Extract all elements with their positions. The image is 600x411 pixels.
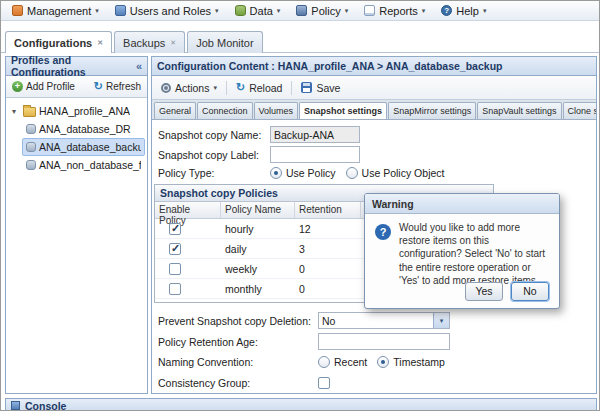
- tab-volumes[interactable]: Volumes: [254, 102, 299, 119]
- tree-node-configuration-selected[interactable]: ANA_database_backup: [22, 138, 145, 156]
- enable-policy-checkbox[interactable]: [169, 243, 181, 255]
- policy-name-cell: hourly: [221, 223, 295, 235]
- configuration-icon: [26, 160, 36, 170]
- help-icon: ?: [441, 5, 452, 16]
- chevron-down-icon[interactable]: ▾: [433, 313, 449, 328]
- policy-retention-age-row: Policy Retention Age:: [158, 333, 450, 350]
- expander-icon[interactable]: ▾: [12, 107, 20, 116]
- menu-policy[interactable]: Policy ▾: [289, 3, 355, 19]
- tab-clone-settings[interactable]: Clone settings: [563, 102, 596, 119]
- save-button[interactable]: Save: [297, 80, 344, 96]
- chevron-down-icon: ▾: [422, 7, 426, 14]
- actions-button[interactable]: Actions ▾: [157, 80, 221, 96]
- content-toolbar: Actions ▾ ↻ Reload Save: [152, 76, 596, 100]
- column-policy-name[interactable]: Policy Name: [221, 202, 295, 218]
- enable-policy-checkbox[interactable]: [169, 263, 181, 275]
- yes-button[interactable]: Yes: [465, 282, 503, 301]
- warning-dialog-body: ? Would you like to add more restore ite…: [365, 214, 559, 280]
- tab-label: Snapshot settings: [304, 106, 382, 116]
- configuration-content-title: Configuration Content : HANA_profile_ANA…: [157, 60, 502, 72]
- app-window: Management ▾ Users and Roles ▾ Data ▾ Po…: [0, 0, 600, 411]
- tree-node-configuration[interactable]: ANA_database_DR: [22, 120, 145, 138]
- consistency-group-label: Consistency Group:: [158, 377, 318, 389]
- prevent-deletion-select[interactable]: No ▾: [318, 312, 450, 329]
- use-policy-radio[interactable]: [270, 167, 282, 179]
- policies-group-title: Snapshot copy Policies: [160, 187, 278, 199]
- chevron-down-icon: ▾: [345, 7, 349, 14]
- menu-data[interactable]: Data ▾: [228, 3, 288, 19]
- reload-button[interactable]: ↻ Reload: [232, 80, 287, 96]
- chevron-down-icon: ▾: [213, 84, 217, 91]
- folder-icon: [23, 107, 36, 117]
- policy-icon: [296, 5, 307, 16]
- naming-convention-label: Naming Convention:: [158, 356, 318, 368]
- tab-configurations[interactable]: Configurations ✕: [5, 31, 112, 53]
- menu-help[interactable]: ? Help ▾: [434, 3, 493, 19]
- warning-dialog-footer: Yes No: [465, 282, 549, 301]
- policy-retention-age-input[interactable]: [318, 333, 450, 350]
- tab-job-monitor[interactable]: Job Monitor: [187, 31, 262, 53]
- policy-type-row: Policy Type: Use Policy Use Policy Objec…: [158, 167, 454, 179]
- tree-node-configuration[interactable]: ANA_non_database_files_DR: [22, 156, 145, 174]
- chevron-down-icon: ▾: [95, 7, 99, 14]
- tab-label: SnapMirror settings: [393, 106, 471, 116]
- tree-node-label: ANA_database_DR: [39, 123, 131, 135]
- tab-label: Configurations: [14, 37, 92, 49]
- policy-retention-age-label: Policy Retention Age:: [158, 336, 318, 348]
- enable-policy-checkbox[interactable]: [169, 223, 181, 235]
- console-panel-header[interactable]: Console: [5, 398, 597, 411]
- configuration-content-header: Configuration Content : HANA_profile_ANA…: [152, 57, 596, 76]
- management-icon: [12, 5, 23, 16]
- collapse-panel-icon[interactable]: «: [136, 60, 142, 72]
- tab-snapmirror-settings[interactable]: SnapMirror settings: [388, 102, 476, 119]
- toolbar-separator: [291, 81, 292, 95]
- tab-backups[interactable]: Backups ✕: [114, 31, 185, 53]
- tree-node-label: ANA_non_database_files_DR: [39, 159, 141, 171]
- snapshot-copy-label-input[interactable]: [270, 146, 360, 163]
- add-profile-button[interactable]: + Add Profile: [9, 79, 78, 94]
- tab-snapvault-settings[interactable]: SnapVault settings: [477, 102, 561, 119]
- refresh-button[interactable]: ↻ Refresh: [91, 79, 144, 94]
- database-icon: [235, 5, 246, 16]
- timestamp-radio[interactable]: [377, 356, 389, 368]
- prevent-deletion-label: Prevent Snapshot copy Deletion:: [158, 315, 318, 327]
- enable-policy-checkbox[interactable]: [169, 283, 181, 295]
- naming-convention-row: Naming Convention: Recent Timestamp: [158, 356, 455, 368]
- snapshot-copy-name-label: Snapshot copy Name:: [158, 129, 270, 141]
- warning-dialog-message: Would you like to add more restore items…: [399, 221, 551, 287]
- no-button[interactable]: No: [511, 282, 549, 301]
- tab-label: Volumes: [259, 106, 294, 116]
- retention-cell: 0: [295, 283, 361, 295]
- policy-name-cell: weekly: [221, 263, 295, 275]
- use-policy-object-radio[interactable]: [346, 167, 358, 179]
- actions-label: Actions: [175, 82, 209, 94]
- tree-node-label: HANA_profile_ANA: [39, 105, 130, 117]
- chevron-down-icon: ▾: [215, 7, 219, 14]
- warning-dialog-titlebar[interactable]: Warning: [365, 194, 559, 214]
- tab-close-icon[interactable]: ✕: [97, 39, 103, 47]
- tree-children: ANA_database_DR ANA_database_backup ANA_…: [8, 120, 145, 174]
- recent-radio[interactable]: [318, 356, 330, 368]
- configuration-icon: [26, 142, 36, 152]
- menu-label: Data: [250, 5, 273, 17]
- profiles-panel-title: Profiles and Configurations: [11, 54, 132, 78]
- consistency-group-checkbox[interactable]: [318, 377, 330, 389]
- question-icon: ?: [375, 224, 391, 240]
- tree-node-profile-root[interactable]: ▾ HANA_profile_ANA: [8, 102, 145, 120]
- menu-management[interactable]: Management ▾: [5, 3, 106, 19]
- tab-general[interactable]: General: [154, 102, 196, 119]
- snapshot-copy-name-input[interactable]: [270, 126, 360, 143]
- tab-close-icon[interactable]: ✕: [170, 39, 176, 47]
- console-title: Console: [25, 400, 66, 411]
- column-enable-policy[interactable]: Enable Policy: [155, 202, 221, 218]
- use-policy-label: Use Policy: [286, 167, 336, 179]
- column-retention[interactable]: Retention: [295, 202, 361, 218]
- tree-node-label: ANA_database_backup: [39, 141, 141, 153]
- retention-cell: 12: [295, 223, 361, 235]
- menu-reports[interactable]: Reports ▾: [357, 3, 432, 19]
- menu-users-and-roles[interactable]: Users and Roles ▾: [108, 3, 226, 19]
- policy-name-cell: daily: [221, 243, 295, 255]
- tab-connection[interactable]: Connection: [197, 102, 253, 119]
- prevent-deletion-row: Prevent Snapshot copy Deletion: No ▾: [158, 312, 450, 329]
- tab-snapshot-settings[interactable]: Snapshot settings: [299, 102, 387, 120]
